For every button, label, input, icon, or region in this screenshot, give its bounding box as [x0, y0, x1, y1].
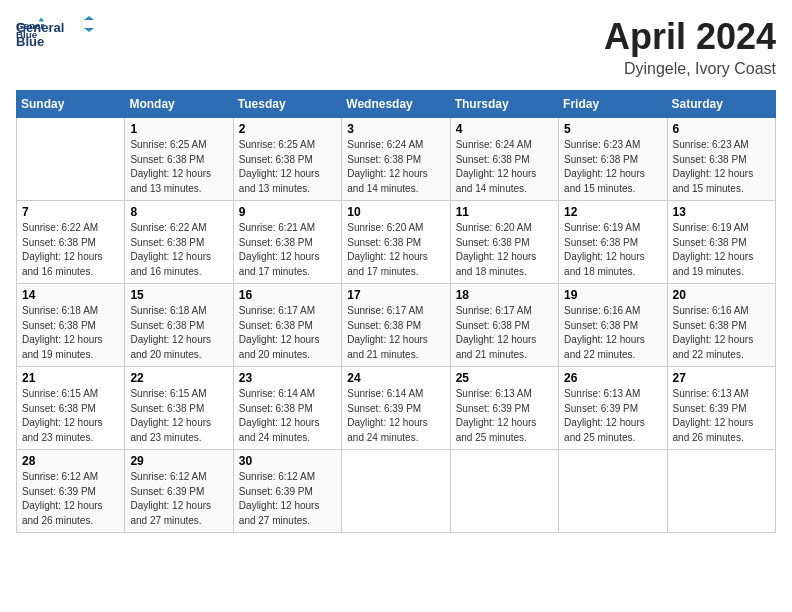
calendar-cell: 7Sunrise: 6:22 AMSunset: 6:38 PMDaylight…	[17, 201, 125, 284]
day-number: 17	[347, 288, 444, 302]
calendar-cell: 16Sunrise: 6:17 AMSunset: 6:38 PMDayligh…	[233, 284, 341, 367]
day-number: 30	[239, 454, 336, 468]
day-info: Sunrise: 6:19 AMSunset: 6:38 PMDaylight:…	[564, 221, 661, 279]
day-number: 23	[239, 371, 336, 385]
day-info: Sunrise: 6:21 AMSunset: 6:38 PMDaylight:…	[239, 221, 336, 279]
day-number: 16	[239, 288, 336, 302]
day-number: 25	[456, 371, 553, 385]
calendar-cell: 30Sunrise: 6:12 AMSunset: 6:39 PMDayligh…	[233, 450, 341, 533]
svg-marker-6	[84, 28, 94, 32]
col-header-tuesday: Tuesday	[233, 91, 341, 118]
calendar-cell: 1Sunrise: 6:25 AMSunset: 6:38 PMDaylight…	[125, 118, 233, 201]
day-info: Sunrise: 6:14 AMSunset: 6:39 PMDaylight:…	[347, 387, 444, 445]
day-info: Sunrise: 6:20 AMSunset: 6:38 PMDaylight:…	[456, 221, 553, 279]
day-number: 5	[564, 122, 661, 136]
calendar-cell: 29Sunrise: 6:12 AMSunset: 6:39 PMDayligh…	[125, 450, 233, 533]
calendar-cell: 11Sunrise: 6:20 AMSunset: 6:38 PMDayligh…	[450, 201, 558, 284]
day-number: 11	[456, 205, 553, 219]
day-number: 4	[456, 122, 553, 136]
svg-text:Blue: Blue	[16, 34, 44, 49]
day-info: Sunrise: 6:24 AMSunset: 6:38 PMDaylight:…	[347, 138, 444, 196]
day-number: 9	[239, 205, 336, 219]
calendar-cell: 28Sunrise: 6:12 AMSunset: 6:39 PMDayligh…	[17, 450, 125, 533]
day-number: 1	[130, 122, 227, 136]
day-number: 26	[564, 371, 661, 385]
day-number: 18	[456, 288, 553, 302]
calendar-cell: 10Sunrise: 6:20 AMSunset: 6:38 PMDayligh…	[342, 201, 450, 284]
day-info: Sunrise: 6:23 AMSunset: 6:38 PMDaylight:…	[564, 138, 661, 196]
calendar-cell: 8Sunrise: 6:22 AMSunset: 6:38 PMDaylight…	[125, 201, 233, 284]
calendar-cell: 17Sunrise: 6:17 AMSunset: 6:38 PMDayligh…	[342, 284, 450, 367]
day-info: Sunrise: 6:13 AMSunset: 6:39 PMDaylight:…	[456, 387, 553, 445]
calendar-cell: 23Sunrise: 6:14 AMSunset: 6:38 PMDayligh…	[233, 367, 341, 450]
day-info: Sunrise: 6:25 AMSunset: 6:38 PMDaylight:…	[239, 138, 336, 196]
day-info: Sunrise: 6:14 AMSunset: 6:38 PMDaylight:…	[239, 387, 336, 445]
svg-marker-5	[84, 16, 94, 20]
calendar-cell: 2Sunrise: 6:25 AMSunset: 6:38 PMDaylight…	[233, 118, 341, 201]
day-info: Sunrise: 6:23 AMSunset: 6:38 PMDaylight:…	[673, 138, 770, 196]
day-number: 20	[673, 288, 770, 302]
day-info: Sunrise: 6:15 AMSunset: 6:38 PMDaylight:…	[130, 387, 227, 445]
calendar-cell: 5Sunrise: 6:23 AMSunset: 6:38 PMDaylight…	[559, 118, 667, 201]
calendar-cell: 4Sunrise: 6:24 AMSunset: 6:38 PMDaylight…	[450, 118, 558, 201]
day-info: Sunrise: 6:22 AMSunset: 6:38 PMDaylight:…	[22, 221, 119, 279]
page-header: General Blue General Blue April 2024 Dyi…	[16, 16, 776, 78]
day-number: 13	[673, 205, 770, 219]
calendar-subtitle: Dyingele, Ivory Coast	[604, 60, 776, 78]
day-info: Sunrise: 6:18 AMSunset: 6:38 PMDaylight:…	[22, 304, 119, 362]
day-info: Sunrise: 6:13 AMSunset: 6:39 PMDaylight:…	[673, 387, 770, 445]
day-info: Sunrise: 6:24 AMSunset: 6:38 PMDaylight:…	[456, 138, 553, 196]
day-info: Sunrise: 6:18 AMSunset: 6:38 PMDaylight:…	[130, 304, 227, 362]
day-number: 3	[347, 122, 444, 136]
col-header-saturday: Saturday	[667, 91, 775, 118]
day-info: Sunrise: 6:17 AMSunset: 6:38 PMDaylight:…	[239, 304, 336, 362]
calendar-cell: 22Sunrise: 6:15 AMSunset: 6:38 PMDayligh…	[125, 367, 233, 450]
generalblue-logo: General Blue	[16, 16, 96, 56]
day-number: 8	[130, 205, 227, 219]
calendar-cell: 24Sunrise: 6:14 AMSunset: 6:39 PMDayligh…	[342, 367, 450, 450]
col-header-sunday: Sunday	[17, 91, 125, 118]
calendar-cell: 12Sunrise: 6:19 AMSunset: 6:38 PMDayligh…	[559, 201, 667, 284]
calendar-cell: 20Sunrise: 6:16 AMSunset: 6:38 PMDayligh…	[667, 284, 775, 367]
day-info: Sunrise: 6:12 AMSunset: 6:39 PMDaylight:…	[130, 470, 227, 528]
calendar-title: April 2024	[604, 16, 776, 58]
calendar-cell: 27Sunrise: 6:13 AMSunset: 6:39 PMDayligh…	[667, 367, 775, 450]
day-info: Sunrise: 6:20 AMSunset: 6:38 PMDaylight:…	[347, 221, 444, 279]
calendar-cell	[17, 118, 125, 201]
calendar-cell	[667, 450, 775, 533]
day-info: Sunrise: 6:13 AMSunset: 6:39 PMDaylight:…	[564, 387, 661, 445]
day-info: Sunrise: 6:12 AMSunset: 6:39 PMDaylight:…	[239, 470, 336, 528]
calendar-cell	[342, 450, 450, 533]
day-info: Sunrise: 6:22 AMSunset: 6:38 PMDaylight:…	[130, 221, 227, 279]
day-info: Sunrise: 6:12 AMSunset: 6:39 PMDaylight:…	[22, 470, 119, 528]
day-number: 27	[673, 371, 770, 385]
col-header-thursday: Thursday	[450, 91, 558, 118]
day-info: Sunrise: 6:17 AMSunset: 6:38 PMDaylight:…	[456, 304, 553, 362]
calendar-cell: 18Sunrise: 6:17 AMSunset: 6:38 PMDayligh…	[450, 284, 558, 367]
day-info: Sunrise: 6:17 AMSunset: 6:38 PMDaylight:…	[347, 304, 444, 362]
calendar-cell: 19Sunrise: 6:16 AMSunset: 6:38 PMDayligh…	[559, 284, 667, 367]
day-number: 19	[564, 288, 661, 302]
day-number: 29	[130, 454, 227, 468]
day-number: 14	[22, 288, 119, 302]
svg-text:General: General	[16, 20, 64, 35]
calendar-cell	[450, 450, 558, 533]
day-number: 10	[347, 205, 444, 219]
calendar-cell: 25Sunrise: 6:13 AMSunset: 6:39 PMDayligh…	[450, 367, 558, 450]
calendar-cell: 15Sunrise: 6:18 AMSunset: 6:38 PMDayligh…	[125, 284, 233, 367]
day-info: Sunrise: 6:16 AMSunset: 6:38 PMDaylight:…	[673, 304, 770, 362]
day-info: Sunrise: 6:16 AMSunset: 6:38 PMDaylight:…	[564, 304, 661, 362]
calendar-cell: 3Sunrise: 6:24 AMSunset: 6:38 PMDaylight…	[342, 118, 450, 201]
calendar-cell	[559, 450, 667, 533]
day-number: 6	[673, 122, 770, 136]
calendar-cell: 6Sunrise: 6:23 AMSunset: 6:38 PMDaylight…	[667, 118, 775, 201]
col-header-wednesday: Wednesday	[342, 91, 450, 118]
day-number: 24	[347, 371, 444, 385]
calendar-cell: 26Sunrise: 6:13 AMSunset: 6:39 PMDayligh…	[559, 367, 667, 450]
day-number: 12	[564, 205, 661, 219]
day-number: 28	[22, 454, 119, 468]
title-block: April 2024 Dyingele, Ivory Coast	[604, 16, 776, 78]
day-number: 7	[22, 205, 119, 219]
logo-container: General Blue	[16, 16, 96, 56]
day-info: Sunrise: 6:19 AMSunset: 6:38 PMDaylight:…	[673, 221, 770, 279]
